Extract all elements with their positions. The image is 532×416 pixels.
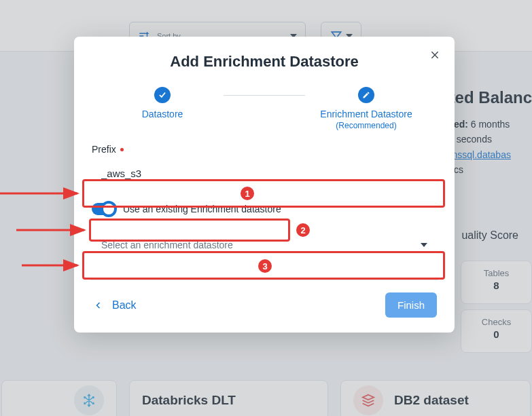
check-icon: [158, 90, 167, 100]
annotation-arrow-1: [0, 187, 83, 200]
add-enrichment-modal: Add Enrichment Datastore Datastore Enric…: [74, 37, 455, 333]
modal-title: Add Enrichment Datastore: [92, 53, 437, 71]
close-icon: [429, 50, 440, 60]
finish-button[interactable]: Finish: [385, 292, 437, 318]
pencil-icon: [362, 91, 370, 99]
toggle-label: Use an existing Enrichment datastore: [123, 204, 281, 214]
annotation-badge-1: 1: [239, 185, 255, 202]
use-existing-toggle[interactable]: [92, 203, 115, 215]
close-button[interactable]: [427, 48, 442, 62]
step-enrichment[interactable]: Enrichment Datastore (Recommended): [305, 87, 427, 130]
annotation-arrow-2: [0, 223, 90, 237]
chevron-left-icon: [94, 301, 103, 310]
annotation-badge-3: 3: [257, 258, 273, 274]
step-datastore[interactable]: Datastore: [101, 87, 224, 119]
enrichment-select[interactable]: Select an enrichment datastore: [92, 231, 437, 259]
caret-down-icon: [421, 243, 427, 247]
annotation-arrow-3: [0, 259, 83, 272]
prefix-label: Prefix: [92, 144, 437, 155]
stepper: Datastore Enrichment Datastore (Recommen…: [92, 87, 437, 130]
required-indicator: [120, 148, 124, 151]
back-button[interactable]: Back: [92, 295, 139, 316]
annotation-badge-2: 2: [295, 222, 311, 238]
select-placeholder: Select an enrichment datastore: [101, 240, 233, 250]
prefix-input[interactable]: [92, 159, 437, 187]
